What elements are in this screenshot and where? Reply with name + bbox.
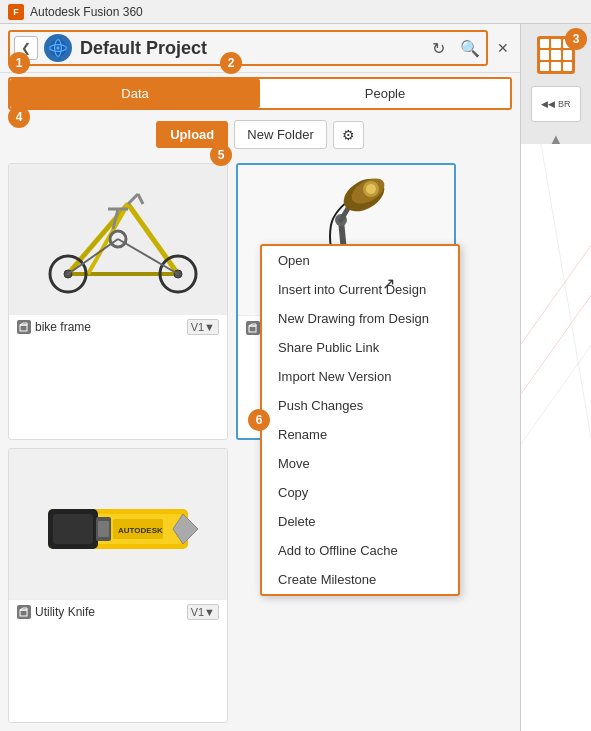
svg-line-10	[138, 194, 143, 204]
project-title: Default Project	[80, 38, 418, 59]
badge-1: 1	[8, 52, 30, 74]
svg-marker-32	[249, 324, 256, 326]
context-menu-insert[interactable]: Insert into Current Design	[262, 275, 458, 304]
grid-cell-7	[540, 62, 549, 71]
context-menu-share-link[interactable]: Share Public Link	[262, 333, 458, 362]
context-menu-push-changes[interactable]: Push Changes	[262, 391, 458, 420]
toolbar: Upload New Folder ⚙	[0, 114, 520, 155]
svg-point-30	[366, 184, 376, 194]
left-panel: 1 2 ❮ Default Project ↻	[0, 24, 520, 731]
context-menu-delete[interactable]: Delete	[262, 507, 458, 536]
header-border: ❮ Default Project ↻ 🔍	[8, 30, 488, 66]
file-card-img-bike-frame	[9, 164, 227, 314]
svg-marker-21	[20, 323, 27, 325]
svg-rect-40	[53, 514, 93, 544]
app-title: Autodesk Fusion 360	[30, 5, 143, 19]
file-type-icon-lamp	[246, 321, 260, 335]
context-menu-open[interactable]: Open	[262, 246, 458, 275]
badge-2: 2	[220, 52, 242, 74]
version-knife[interactable]: V1▼	[187, 604, 219, 620]
svg-line-18	[118, 239, 178, 274]
search-button[interactable]: 🔍	[458, 36, 482, 60]
tab-data[interactable]: Data	[10, 79, 260, 108]
svg-rect-44	[98, 521, 109, 537]
badge-5: 5	[210, 144, 232, 166]
svg-marker-46	[20, 608, 27, 610]
context-menu-copy[interactable]: Copy	[262, 478, 458, 507]
context-menu-import-version[interactable]: Import New Version	[262, 362, 458, 391]
bike-frame-svg	[28, 174, 208, 304]
project-icon	[44, 34, 72, 62]
context-menu-move[interactable]: Move	[262, 449, 458, 478]
file-card-bike-frame[interactable]: bike frame V1▼	[8, 163, 228, 440]
grid-cell-9	[563, 62, 572, 71]
grid-cell-2	[551, 39, 560, 48]
grid-cell-4	[540, 50, 549, 59]
tabs-row: Data People	[8, 77, 512, 110]
context-menu-new-drawing[interactable]: New Drawing from Design	[262, 304, 458, 333]
panel-header: ❮ Default Project ↻ 🔍 ✕	[0, 24, 520, 73]
cube-icon-2	[248, 323, 258, 333]
file-card-img-knife: AUTODESK	[9, 449, 227, 599]
right-panel: 3 ◀◀ BR ▲	[520, 24, 591, 731]
drawing-svg	[521, 144, 591, 731]
svg-line-5	[128, 204, 178, 274]
svg-line-8	[88, 204, 128, 274]
file-card-footer-knife: Utility Knife V1▼	[9, 599, 227, 624]
grid-cell-6	[563, 50, 572, 59]
file-name-bike-frame: bike frame	[35, 320, 183, 334]
version-bike-frame[interactable]: V1▼	[187, 319, 219, 335]
refresh-button[interactable]: ↻	[426, 36, 450, 60]
grid-cell-1	[540, 39, 549, 48]
svg-line-49	[521, 344, 591, 444]
file-type-icon-knife	[17, 605, 31, 619]
svg-rect-20	[20, 325, 27, 331]
project-icon-svg	[48, 38, 68, 58]
grid-cell-5	[551, 50, 560, 59]
badge-4: 4	[8, 106, 30, 128]
context-menu: 6 ↗ Open Insert into Current Design New …	[260, 244, 460, 596]
svg-point-3	[56, 46, 59, 49]
tab-people[interactable]: People	[260, 79, 510, 108]
svg-line-47	[521, 244, 591, 344]
svg-line-48	[521, 294, 591, 394]
cube-icon	[19, 322, 29, 332]
expand-button[interactable]: ◀◀ BR	[531, 86, 581, 122]
new-folder-button[interactable]: New Folder	[234, 120, 326, 149]
header-actions: ↻ 🔍	[426, 36, 482, 60]
settings-button[interactable]: ⚙	[333, 121, 364, 149]
svg-rect-31	[249, 326, 256, 332]
knife-svg: AUTODESK	[28, 459, 208, 589]
context-menu-offline-cache[interactable]: Add to Offline Cache	[262, 536, 458, 565]
svg-text:AUTODESK: AUTODESK	[118, 526, 163, 535]
svg-line-50	[541, 144, 591, 444]
badge-3: 3	[565, 28, 587, 50]
context-menu-rename[interactable]: Rename	[262, 420, 458, 449]
cube-icon-3	[19, 607, 29, 617]
file-card-knife[interactable]: AUTODESK Utility Knife V1▼	[8, 448, 228, 723]
svg-line-9	[128, 194, 138, 204]
file-name-knife: Utility Knife	[35, 605, 183, 619]
grid-cell-8	[551, 62, 560, 71]
file-card-footer-bike-frame: bike frame V1▼	[9, 314, 227, 339]
title-bar: F Autodesk Fusion 360	[0, 0, 591, 24]
close-button[interactable]: ✕	[494, 39, 512, 57]
app-icon: F	[8, 4, 24, 20]
svg-rect-45	[20, 610, 27, 616]
badge-6: 6	[248, 409, 270, 431]
drawing-area	[521, 144, 591, 731]
file-type-icon-bike-frame	[17, 320, 31, 334]
context-menu-create-milestone[interactable]: Create Milestone	[262, 565, 458, 594]
